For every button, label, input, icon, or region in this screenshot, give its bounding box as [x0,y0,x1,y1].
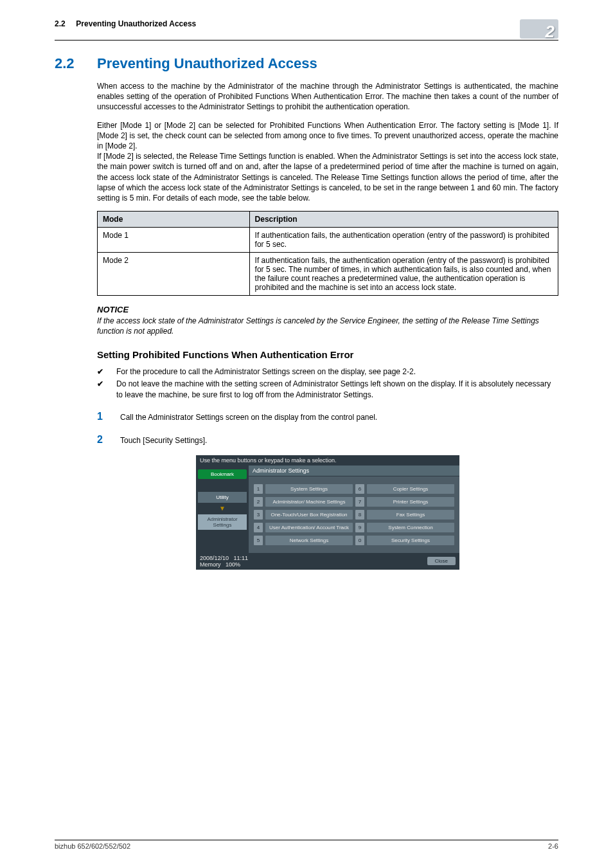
menu-num: 0 [355,536,364,545]
step-text: Call the Administrator Settings screen o… [120,412,377,423]
status-left: 2008/12/10 11:11 Memory 100% [200,555,248,568]
admin-settings-crumb[interactable]: Administrator Settings [198,514,247,530]
menu-system-settings[interactable]: System Settings [265,484,353,494]
embedded-screenshot: Use the menu buttons or keypad to make a… [196,455,459,570]
menu-num: 7 [355,497,364,507]
menu-system-connection[interactable]: System Connection [367,523,454,532]
th-desc: Description [249,212,558,228]
close-button[interactable]: Close [427,557,456,565]
mode-table: Mode Description Mode 1 If authenticatio… [97,211,558,296]
menu-num: 6 [355,484,364,494]
step-text: Touch [Security Settings]. [120,435,207,446]
step-number: 2 [97,433,106,447]
section-number: 2.2 [55,55,79,72]
status-mem-label: Memory [200,561,221,568]
status-mem-value: 100% [226,561,240,568]
td-mode: Mode 1 [98,228,250,253]
ui-sidebar: Bookmark Utility ▼ Administrator Setting… [196,466,249,553]
footer-page-number: 2-6 [548,842,558,850]
section-heading: 2.2 Preventing Unauthorized Access [55,55,558,72]
header-left: 2.2 Preventing Unauthorized Access [55,19,196,28]
menu-num: 1 [254,484,263,494]
ui-instruction: Use the menu buttons or keypad to make a… [196,455,459,466]
td-mode: Mode 2 [98,253,250,296]
check-icon: ✔ [97,366,106,377]
subsection-heading: Setting Prohibited Functions When Authen… [97,349,558,360]
ui-panel-title: Administrator Settings [249,466,459,476]
step-number: 1 [97,410,106,424]
menu-num: 8 [355,510,364,520]
menu-num: 5 [254,536,263,545]
th-mode: Mode [98,212,250,228]
menu-num: 2 [254,497,263,507]
bookmark-button[interactable]: Bookmark [198,469,247,479]
menu-copier-settings[interactable]: Copier Settings [367,484,454,494]
menu-onetouch-userbox[interactable]: One-Touch/User Box Registration [265,510,353,520]
footer-model: bizhub 652/602/552/502 [55,842,130,850]
intro-para-1: When access to the machine by the Admini… [97,81,558,113]
table-row: Mode 2 If authentication fails, the auth… [98,253,558,296]
td-desc: If authentication fails, the authenticat… [249,253,558,296]
check-item: ✔ For the procedure to call the Administ… [97,366,558,377]
check-icon: ✔ [97,379,106,401]
section-title: Preventing Unauthorized Access [97,55,317,72]
intro-para-2: Either [Mode 1] or [Mode 2] can be selec… [97,120,558,152]
status-date: 2008/12/10 [200,555,229,561]
intro-para-3: If [Mode 2] is selected, the Release Tim… [97,151,558,203]
notice-heading: NOTICE [97,305,558,314]
utility-crumb[interactable]: Utility [198,492,247,503]
menu-fax-settings[interactable]: Fax Settings [367,510,454,520]
menu-num: 9 [355,523,364,532]
table-row: Mode 1 If authentication fails, the auth… [98,228,558,253]
menu-network-settings[interactable]: Network Settings [265,536,353,545]
running-header: 2.2 Preventing Unauthorized Access 2 [55,19,558,41]
status-time: 11:11 [234,555,249,561]
menu-security-settings[interactable]: Security Settings [367,536,454,545]
arrow-down-icon: ▼ [198,505,247,512]
check-item: ✔ Do not leave the machine with the sett… [97,379,558,401]
header-section-num: 2.2 [55,19,66,28]
step-item: 1 Call the Administrator Settings screen… [97,410,558,424]
menu-printer-settings[interactable]: Printer Settings [367,497,454,507]
header-running-title: Preventing Unauthorized Access [76,19,196,28]
ui-button-grid: 1 System Settings 6 Copier Settings 2 Ad… [249,476,459,553]
page-footer: bizhub 652/602/552/502 2-6 [55,840,558,850]
menu-num: 3 [254,510,263,520]
menu-user-auth-account[interactable]: User Authentication/ Account Track [265,523,353,532]
check-text: Do not leave the machine with the settin… [116,379,558,401]
notice-body: If the access lock state of the Administ… [97,316,558,336]
menu-admin-machine-settings[interactable]: Administrator/ Machine Settings [265,497,353,507]
ui-status-bar: 2008/12/10 11:11 Memory 100% Close [196,553,459,570]
step-item: 2 Touch [Security Settings]. [97,433,558,447]
td-desc: If authentication fails, the authenticat… [249,228,558,253]
check-text: For the procedure to call the Administra… [116,366,416,377]
chapter-badge: 2 [520,19,558,39]
menu-num: 4 [254,523,263,532]
